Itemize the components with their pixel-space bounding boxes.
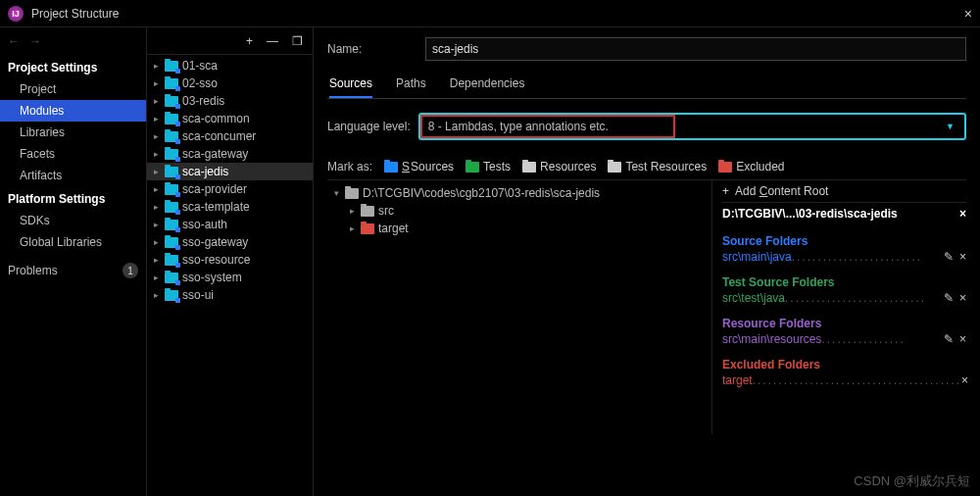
excluded-folder-item[interactable]: target..................................… — [722, 372, 966, 393]
nav-modules[interactable]: Modules — [0, 100, 146, 122]
remove-icon[interactable]: × — [959, 291, 966, 305]
folder-icon — [165, 114, 178, 124]
language-level-row: Language level: 8 - Lambdas, type annota… — [327, 113, 966, 140]
edit-icon[interactable]: ✎ — [944, 332, 954, 346]
folder-icon — [165, 273, 178, 283]
module-label: sso-ui — [182, 288, 214, 302]
test-folders-header: Test Source Folders — [722, 270, 966, 289]
mark-tests[interactable]: Tests — [466, 160, 511, 174]
tree-target-label: target — [378, 222, 409, 235]
folder-icon — [165, 78, 178, 89]
chevron-right-icon: ▸ — [151, 96, 161, 106]
module-item[interactable]: ▸sca-concumer — [147, 127, 313, 145]
chevron-right-icon: ▸ — [151, 114, 161, 124]
module-label: sca-common — [182, 112, 250, 125]
test-folder-item[interactable]: src\test\java...........................… — [722, 289, 966, 311]
module-list-panel: + — ❐ ▸01-sca▸02-sso▸03-redis▸sca-common… — [147, 27, 314, 496]
folder-icon — [384, 162, 398, 173]
chevron-right-icon: ▸ — [151, 149, 161, 159]
remove-icon[interactable]: × — [961, 373, 968, 387]
module-item[interactable]: ▸02-sso — [147, 74, 313, 92]
module-label: sca-jedis — [182, 165, 228, 178]
module-item[interactable]: ▸sca-gateway — [147, 145, 313, 163]
module-label: 01-sca — [182, 59, 218, 73]
chevron-right-icon: ▸ — [151, 61, 161, 71]
module-item[interactable]: ▸sso-auth — [147, 216, 313, 233]
remove-icon[interactable]: — — [267, 34, 278, 48]
source-folder-item[interactable]: src\main\java.........................✎× — [722, 248, 966, 270]
module-label: 03-redis — [182, 94, 224, 108]
name-row: Name: — [327, 37, 966, 61]
language-level-dropdown[interactable]: 8 - Lambdas, type annotations etc. ▼ — [418, 113, 966, 140]
module-item[interactable]: ▸sso-resource — [147, 251, 313, 269]
mark-resources[interactable]: Resources — [522, 160, 596, 174]
plus-icon: + — [722, 184, 729, 198]
folder-icon — [718, 162, 732, 173]
mark-excluded[interactable]: Excluded — [718, 160, 784, 174]
copy-icon[interactable]: ❐ — [292, 34, 303, 48]
back-icon[interactable]: ← — [8, 34, 20, 48]
module-label: sca-template — [182, 200, 250, 214]
content-root-panel: +Add Content Root D:\TCGBIV\...\03-redis… — [711, 180, 966, 434]
tree-src-row[interactable]: ▸ src — [327, 202, 711, 220]
name-input[interactable] — [425, 37, 966, 61]
title-bar: IJ Project Structure × — [0, 0, 980, 27]
add-icon[interactable]: + — [246, 34, 253, 48]
mark-as-row: Mark as: SSources Tests Resources Test R… — [327, 160, 966, 174]
tab-dependencies[interactable]: Dependencies — [450, 73, 525, 98]
nav-sdks[interactable]: SDKs — [0, 210, 146, 231]
module-item[interactable]: ▸sca-jedis — [147, 163, 313, 180]
module-toolbar: + — ❐ — [147, 27, 313, 55]
close-icon[interactable]: × — [959, 207, 966, 221]
forward-icon[interactable]: → — [29, 34, 41, 48]
mark-sources[interactable]: SSources — [384, 160, 454, 174]
source-folders-header: Source Folders — [722, 228, 966, 248]
nav-project[interactable]: Project — [0, 78, 146, 100]
folder-icon — [345, 188, 359, 199]
nav-libraries[interactable]: Libraries — [0, 122, 146, 143]
folder-icon — [165, 167, 178, 177]
tree-src-label: src — [378, 204, 394, 218]
tab-paths[interactable]: Paths — [396, 73, 426, 98]
module-item[interactable]: ▸sca-common — [147, 110, 313, 127]
tree-target-row[interactable]: ▸ target — [327, 220, 711, 237]
nav-artifacts[interactable]: Artifacts — [0, 165, 146, 186]
nav-global-libraries[interactable]: Global Libraries — [0, 231, 146, 253]
folder-tree: ▾ D:\TCGBIV\codes\cgb2107\03-redis\sca-j… — [327, 180, 711, 434]
mark-test-resources[interactable]: Test Resources — [608, 160, 707, 174]
module-item[interactable]: ▸03-redis — [147, 92, 313, 110]
add-content-root[interactable]: +Add Content Root — [722, 184, 966, 203]
module-item[interactable]: ▸sso-system — [147, 269, 313, 286]
chevron-right-icon: ▸ — [347, 206, 357, 216]
tab-sources[interactable]: Sources — [329, 73, 372, 98]
folder-icon — [165, 290, 178, 301]
resource-folders-header: Resource Folders — [722, 311, 966, 330]
module-item[interactable]: ▸sso-ui — [147, 286, 313, 304]
module-item[interactable]: ▸sso-gateway — [147, 233, 313, 251]
chevron-right-icon: ▸ — [151, 255, 161, 265]
chevron-right-icon: ▸ — [151, 220, 161, 229]
section-platform-settings: Platform Settings — [0, 186, 146, 210]
edit-icon[interactable]: ✎ — [944, 250, 954, 264]
content-root-path: D:\TCGBIV\...\03-redis\sca-jedis× — [722, 203, 966, 228]
tree-root-row[interactable]: ▾ D:\TCGBIV\codes\cgb2107\03-redis\sca-j… — [327, 184, 711, 202]
chevron-right-icon: ▸ — [151, 290, 161, 300]
folder-icon — [165, 184, 178, 195]
remove-icon[interactable]: × — [959, 250, 966, 264]
folder-icon — [165, 220, 178, 230]
edit-icon[interactable]: ✎ — [944, 291, 954, 305]
resource-folder-item[interactable]: src\main\resources................✎× — [722, 330, 966, 352]
module-item[interactable]: ▸01-sca — [147, 57, 313, 74]
nav-problems[interactable]: Problems 1 — [0, 253, 146, 282]
app-logo-icon: IJ — [8, 6, 24, 22]
module-item[interactable]: ▸sca-provider — [147, 180, 313, 198]
nav-facets[interactable]: Facets — [0, 143, 146, 165]
content-split: ▾ D:\TCGBIV\codes\cgb2107\03-redis\sca-j… — [327, 179, 966, 434]
folder-icon — [361, 223, 374, 234]
chevron-right-icon: ▸ — [347, 223, 357, 233]
close-icon[interactable]: × — [964, 6, 972, 22]
chevron-right-icon: ▸ — [151, 131, 161, 141]
folder-icon — [165, 202, 178, 213]
remove-icon[interactable]: × — [959, 332, 966, 346]
module-item[interactable]: ▸sca-template — [147, 198, 313, 216]
